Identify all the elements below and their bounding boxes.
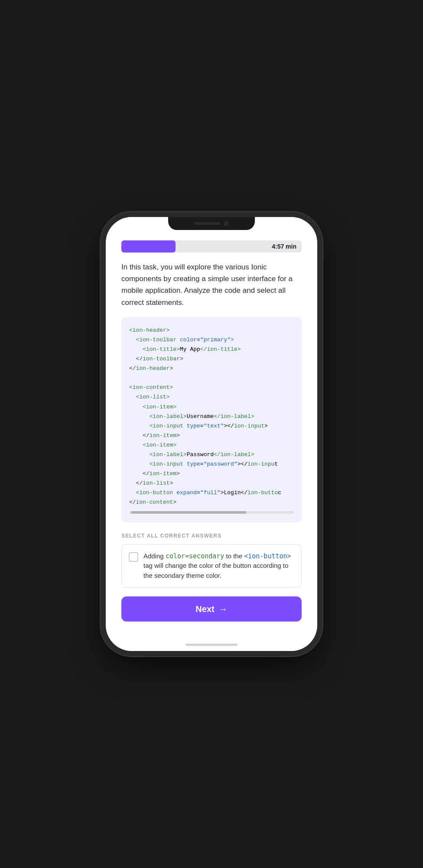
home-indicator — [106, 638, 317, 651]
phone-notch — [168, 217, 255, 230]
progress-section: 4:57 min — [121, 240, 302, 253]
code-block: <ion-header> <ion-toolbar color="primary… — [121, 317, 302, 522]
home-bar — [185, 644, 238, 646]
screen-content: 4:57 min In this task, you will explore … — [106, 236, 317, 638]
progress-bar-container: 4:57 min — [121, 240, 302, 253]
select-label: SELECT ALL CORRECT ANSWERS — [121, 533, 302, 539]
task-description: In this task, you will explore the vario… — [121, 261, 302, 308]
code-scrollbar[interactable] — [129, 511, 294, 514]
code-content: <ion-header> <ion-toolbar color="primary… — [129, 326, 294, 508]
progress-time: 4:57 min — [272, 243, 296, 250]
answer-text: Adding color=secondary to the <ion-butto… — [143, 551, 294, 581]
progress-bar-fill — [121, 240, 176, 253]
answer-checkbox[interactable] — [129, 552, 138, 562]
phone-frame: 4:57 min In this task, you will explore … — [106, 217, 317, 651]
notch-camera — [224, 221, 229, 226]
select-section: SELECT ALL CORRECT ANSWERS Adding color=… — [121, 533, 302, 593]
code-scrollbar-thumb — [131, 511, 246, 514]
next-button-label: Next — [195, 604, 214, 614]
phone-screen: 4:57 min In this task, you will explore … — [106, 217, 317, 651]
next-button[interactable]: Next → — [121, 596, 302, 622]
next-arrow-icon: → — [219, 604, 228, 614]
notch-speaker — [194, 222, 220, 225]
answer-card: Adding color=secondary to the <ion-butto… — [121, 544, 302, 588]
